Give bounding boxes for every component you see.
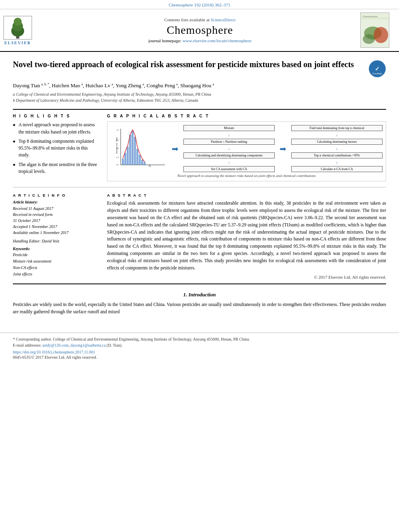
- svg-rect-23: [124, 153, 126, 165]
- title-row: Novel two-tiered approach of ecological …: [13, 59, 386, 78]
- history-accepted: Accepted 1 November 2017: [13, 224, 97, 230]
- email-link-1[interactable]: astdy@126.com: [42, 343, 68, 347]
- journal-center: Contents lists available at ScienceDirec…: [43, 12, 356, 48]
- article-info-label: A R T I C L E I N F O: [13, 193, 97, 197]
- svg-rect-29: [139, 155, 141, 165]
- highlight-item-3: The algae is the most sensitive in the t…: [13, 161, 97, 175]
- authors-line: Dayong Tian a, b, *, Haichen Mao a, Huic…: [13, 82, 386, 89]
- flow-box-calc: Calculating and identifying dominating c…: [183, 152, 275, 158]
- journal-homepage-link[interactable]: www.elsevier.com/locate/chemosphere: [183, 38, 252, 43]
- journal-title: Chemosphere: [167, 24, 233, 37]
- divider-1: [13, 187, 386, 187]
- article-title: Novel two-tiered approach of ecological …: [13, 59, 364, 70]
- svg-rect-24: [127, 147, 129, 165]
- sciencedirect-link[interactable]: ScienceDirect: [211, 17, 236, 22]
- introduction-section: 1. Introduction Pesticides are widely us…: [13, 292, 386, 316]
- flow-arrow-2: ➡: [280, 144, 286, 154]
- affiliations: a College of Chemical and Environmental …: [13, 91, 386, 103]
- flow-down-1: ↓: [183, 133, 275, 137]
- flow-down-5: ↓: [291, 146, 383, 151]
- history-label: Article history:: [13, 200, 97, 204]
- elsevier-text: ELSEVIER: [4, 41, 31, 45]
- page: Chemosphere 192 (2018) 362–371 ELSEVIER: [0, 0, 399, 532]
- elsevier-logo: ELSEVIER: [3, 16, 32, 45]
- footer-section: * Corresponding author. College of Chemi…: [0, 333, 399, 359]
- affiliation-a: a College of Chemical and Environmental …: [13, 92, 211, 97]
- graphical-abstract-label: G R A P H I C A L A B S T R A C T: [107, 114, 386, 118]
- svg-point-9: [374, 27, 388, 43]
- footnote-corresponding: * Corresponding author. College of Chemi…: [13, 336, 386, 342]
- graphical-abstract-caption: Novel approach to assessing the mixture …: [111, 174, 383, 178]
- copyright-line: © 2017 Elsevier Ltd. All rights reserved…: [107, 275, 386, 279]
- svg-text:✓: ✓: [375, 66, 380, 72]
- homepage-line: journal homepage: www.elsevier.com/locat…: [148, 38, 251, 43]
- svg-text:CrossMark: CrossMark: [372, 72, 383, 75]
- volume-info: Chemosphere 192 (2018) 362–371: [0, 0, 399, 9]
- abstract-text: Ecological risk assessments for mixtures…: [107, 200, 386, 271]
- svg-text:1.0: 1.0: [116, 129, 119, 131]
- flow-box-mixture: Mixture: [183, 125, 275, 131]
- highlights-list: A novel approach was proposed to assess …: [13, 121, 97, 175]
- flow-box-partition: Partition + Partition ranking: [183, 139, 275, 145]
- graphical-chart: Density (cm⁻¹/Da) 1.0 0.6 0.4 0.2 0.0: [111, 127, 167, 171]
- svg-rect-28: [136, 149, 138, 165]
- history-revised-date: 31 October 2017: [13, 218, 97, 224]
- history-online: Available online 1 November 2017: [13, 230, 97, 236]
- abstract-col: A B S T R A C T Ecological risk assessme…: [107, 193, 386, 279]
- flow-box-top: Find total dominating from top n chemica…: [291, 125, 383, 131]
- keywords-label: Keywords:: [13, 246, 97, 251]
- divider-section: [13, 283, 386, 284]
- email-link-2[interactable]: dayong1@ualberta.ca: [70, 343, 105, 347]
- highlight-item-1: A novel approach was proposed to assess …: [13, 121, 97, 136]
- article-body: Novel two-tiered approach of ecological …: [0, 52, 399, 323]
- svg-rect-26: [132, 131, 134, 165]
- highlight-item-2: Top 8 dominating components explained 95…: [13, 138, 97, 159]
- flow-down-6: ↓: [291, 160, 383, 164]
- flow-box-ca: Set CA assessment with CA: [183, 166, 275, 172]
- flow-box-check: Top n chemical contributions >95%: [291, 152, 383, 158]
- footnote-email: E-mail addresses: astdy@126.com, dayong1…: [13, 342, 386, 348]
- journal-cover-image: Chemosphere: [360, 12, 389, 48]
- journal-cover-area: Chemosphere: [360, 12, 393, 48]
- highlights-abstract-section: H I G H L I G H T S A novel approach was…: [13, 114, 386, 183]
- svg-rect-6: [361, 13, 389, 19]
- elsevier-logo-area: ELSEVIER: [3, 12, 39, 48]
- flow-boxes-2: Find total dominating from top n chemica…: [291, 125, 383, 172]
- svg-rect-31: [144, 162, 146, 165]
- handling-editor: Handling Editor: David Volz: [13, 239, 97, 243]
- journal-header: ELSEVIER Contents lists available at Sci…: [0, 9, 399, 52]
- svg-text:0.0: 0.0: [116, 164, 119, 166]
- history-received: Received 11 August 2017: [13, 205, 97, 212]
- graphical-abstract-col: G R A P H I C A L A B S T R A C T Densit…: [107, 114, 386, 183]
- svg-text:0.2: 0.2: [116, 156, 119, 158]
- intro-heading: 1. Introduction: [13, 292, 386, 298]
- flow-down-2: ↓: [183, 146, 275, 151]
- svg-rect-30: [141, 160, 143, 165]
- doi-line: https://doi.org/10.1016/j.chemosphere.20…: [13, 350, 386, 354]
- highlights-col: H I G H L I G H T S A novel approach was…: [13, 114, 97, 183]
- affiliation-b: b Department of Laboratory Medicine and …: [13, 98, 198, 103]
- article-info-col: A R T I C L E I N F O Article history: R…: [13, 193, 97, 279]
- svg-text:0.6: 0.6: [116, 139, 119, 141]
- volume-text: Chemosphere 192 (2018) 362–371: [169, 2, 230, 7]
- graphical-abstract-box: Density (cm⁻¹/Da) 1.0 0.6 0.4 0.2 0.0: [107, 121, 386, 181]
- abstract-label: A B S T R A C T: [107, 193, 386, 197]
- crossmark-badge[interactable]: ✓ CrossMark: [368, 60, 386, 78]
- keyword-2: Mixture risk assessment: [13, 258, 97, 265]
- intro-text: Pesticides are widely used in the world,…: [13, 301, 386, 316]
- flow-boxes: Mixture ↓ Partition + Partition ranking …: [183, 125, 275, 172]
- flow-box-dominating: Calculating dominating factors: [291, 139, 383, 145]
- flow-box-nca: Calculate n-CA from CA: [291, 166, 383, 172]
- keyword-3: Non-CA effects: [13, 265, 97, 271]
- svg-text:b.: b.: [149, 164, 151, 168]
- divider-thick: [13, 109, 386, 110]
- svg-text:0.4: 0.4: [116, 147, 119, 149]
- doi-link[interactable]: https://doi.org/10.1016/j.chemosphere.20…: [13, 350, 95, 354]
- flow-down-3: ↓: [183, 160, 275, 164]
- flow-down-4: ↓: [291, 133, 383, 137]
- elsevier-tree-icon: [3, 16, 32, 40]
- svg-rect-27: [134, 137, 136, 165]
- svg-rect-22: [122, 159, 124, 165]
- contents-line: Contents lists available at ScienceDirec…: [164, 17, 235, 22]
- history-revised-label: Received in revised form: [13, 212, 97, 218]
